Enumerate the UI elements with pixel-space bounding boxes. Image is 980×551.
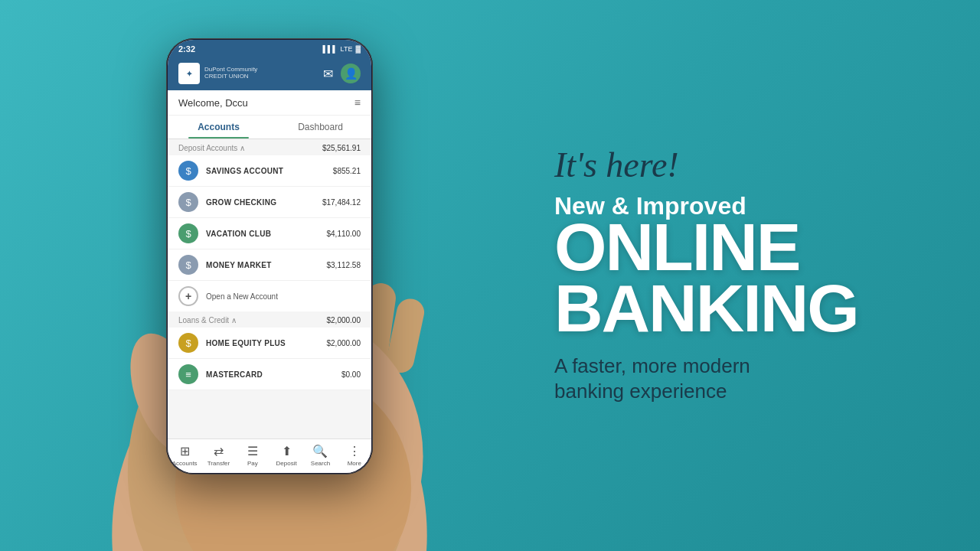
home-equity-name: HOME EQUITY PLUS [206, 339, 319, 347]
checking-balance: $17,484.12 [322, 198, 361, 207]
home-equity-icon: $ [178, 333, 198, 353]
add-account-icon: + [178, 286, 198, 306]
money-market-name: MONEY MARKET [206, 261, 319, 269]
nav-item-accounts[interactable]: ⊞ Accounts [168, 444, 201, 467]
nav-item-deposit[interactable]: ⬆ Deposit [270, 444, 303, 467]
money-market-icon: $ [178, 255, 198, 275]
subtext: A faster, more modern banking experience [554, 354, 934, 406]
open-account-item[interactable]: + Open a New Account [168, 281, 371, 311]
checking-icon: $ [178, 192, 198, 212]
welcome-text: Welcome, Dccu [178, 97, 248, 109]
mastercard-balance: $0.00 [341, 370, 361, 379]
heading-online: ONLINE [554, 217, 934, 277]
more-nav-label: More [348, 460, 361, 467]
deposit-account-list: $ SAVINGS ACCOUNT $855.21 $ GROW CHECKIN… [168, 155, 371, 311]
bottom-navigation: ⊞ Accounts ⇄ Transfer ☰ Pay ⬆ Deposit [168, 439, 371, 473]
deposit-label: Deposit Accounts ∧ [178, 144, 245, 152]
account-item-home-equity[interactable]: $ HOME EQUITY PLUS $2,000.00 [168, 328, 371, 359]
mastercard-icon: ≡ [178, 364, 198, 384]
accounts-content: Deposit Accounts ∧ $25,561.91 $ SAVINGS … [168, 139, 371, 439]
app-header: ✦ DuPont Community CREDIT UNION ✉ 👤 [168, 57, 371, 90]
deposit-total: $25,561.91 [322, 144, 361, 152]
vacation-icon: $ [178, 223, 198, 243]
open-account-text: Open a New Account [206, 292, 278, 301]
status-time: 2:32 [178, 44, 195, 54]
right-section: It's here! New & Improved ONLINE BANKING… [539, 0, 980, 551]
accounts-nav-icon: ⊞ [180, 444, 190, 458]
home-equity-balance: $2,000.00 [327, 339, 361, 347]
search-nav-label: Search [311, 460, 330, 467]
nav-item-more[interactable]: ⋮ More [338, 444, 371, 467]
deposit-section-header: Deposit Accounts ∧ $25,561.91 [168, 139, 371, 155]
lte-badge: LTE [341, 45, 353, 53]
status-icons: ▌▌▌ LTE ▓ [322, 45, 361, 53]
money-market-balance: $3,112.58 [327, 261, 361, 269]
account-item-vacation[interactable]: $ VACATION CLUB $4,110.00 [168, 218, 371, 249]
nav-item-transfer[interactable]: ⇄ Transfer [201, 444, 235, 467]
pay-nav-label: Pay [247, 460, 258, 467]
heading-banking: BANKING [554, 278, 934, 338]
left-section: 2:32 ▌▌▌ LTE ▓ ✦ DuPont Community CREDIT… [0, 0, 539, 551]
savings-name: SAVINGS ACCOUNT [206, 167, 325, 175]
more-nav-icon: ⋮ [348, 444, 361, 458]
accounts-nav-label: Accounts [172, 460, 198, 467]
checking-name: GROW CHECKING [206, 198, 315, 207]
logo-text: DuPont Community CREDIT UNION [204, 67, 257, 80]
battery-icon: ▓ [355, 45, 361, 53]
logo-area: ✦ DuPont Community CREDIT UNION [178, 63, 257, 84]
nav-item-search[interactable]: 🔍 Search [303, 444, 337, 467]
deposit-nav-label: Deposit [276, 460, 297, 467]
status-bar: 2:32 ▌▌▌ LTE ▓ [168, 40, 371, 57]
transfer-nav-icon: ⇄ [214, 444, 224, 458]
phone-mockup: 2:32 ▌▌▌ LTE ▓ ✦ DuPont Community CREDIT… [166, 38, 373, 474]
tab-dashboard[interactable]: Dashboard [270, 116, 371, 139]
account-item-checking[interactable]: $ GROW CHECKING $17,484.12 [168, 187, 371, 218]
phone-screen: 2:32 ▌▌▌ LTE ▓ ✦ DuPont Community CREDIT… [168, 40, 371, 473]
filter-icon[interactable]: ≡ [354, 96, 361, 109]
account-item-mastercard[interactable]: ≡ MASTERCARD $0.00 [168, 359, 371, 390]
loans-label: Loans & Credit ∧ [178, 316, 237, 324]
vacation-balance: $4,110.00 [327, 230, 361, 238]
account-item-savings[interactable]: $ SAVINGS ACCOUNT $855.21 [168, 155, 371, 187]
mastercard-name: MASTERCARD [206, 370, 334, 379]
phone-device: 2:32 ▌▌▌ LTE ▓ ✦ DuPont Community CREDIT… [166, 38, 373, 474]
tab-bar: Accounts Dashboard [168, 116, 371, 139]
signal-icon: ▌▌▌ [322, 45, 337, 53]
header-icons: ✉ 👤 [323, 64, 361, 83]
account-item-money-market[interactable]: $ MONEY MARKET $3,112.58 [168, 249, 371, 281]
tab-accounts[interactable]: Accounts [168, 116, 270, 139]
savings-icon: $ [178, 161, 198, 181]
search-nav-icon: 🔍 [312, 444, 328, 458]
transfer-nav-label: Transfer [207, 460, 230, 467]
loans-section-header: Loans & Credit ∧ $2,000.00 [168, 311, 371, 328]
savings-balance: $855.21 [333, 167, 361, 175]
nav-item-pay[interactable]: ☰ Pay [236, 444, 270, 467]
deposit-nav-icon: ⬆ [282, 444, 292, 458]
cursive-tagline: It's here! [554, 146, 934, 185]
mail-icon[interactable]: ✉ [323, 67, 333, 81]
welcome-bar: Welcome, Dccu ≡ [168, 90, 371, 116]
vacation-name: VACATION CLUB [206, 230, 319, 238]
loans-total: $2,000.00 [327, 316, 361, 324]
profile-icon[interactable]: 👤 [341, 64, 361, 83]
logo-icon: ✦ [178, 63, 200, 84]
pay-nav-icon: ☰ [247, 444, 258, 458]
loans-account-list: $ HOME EQUITY PLUS $2,000.00 ≡ MASTERCAR… [168, 328, 371, 390]
